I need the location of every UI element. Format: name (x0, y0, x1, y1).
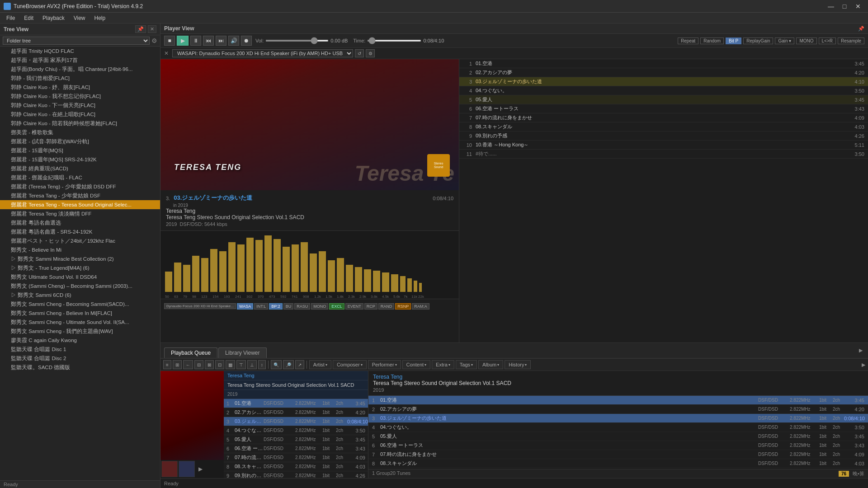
tree-item[interactable]: 鄭秀文 Sammi Cheng - Becoming Sammi(SACD)..… (0, 300, 160, 309)
mono-button[interactable]: MONO (796, 38, 816, 44)
track-row[interactable]: 6 06.空港 ートーラス 3:43 (459, 104, 868, 113)
tree-item[interactable]: 廖美霞 C again Caily Kwong (0, 336, 160, 345)
tree-item[interactable]: 郭静 Claire Kuo - 妤、朋友[FLAC] (0, 83, 160, 92)
tree-item[interactable]: 鄧麗君 Teresa Teng 淡淡幽情 DFF (0, 209, 160, 218)
tree-item[interactable]: 鄭秀文 Ultimate Sound Vol. II DSD64 (0, 272, 160, 282)
lib-track[interactable]: 4 04.つぐない。 DSF/DSD 2.822MHz 1bit 2ch 3:5… (368, 423, 868, 432)
lib-track[interactable]: 7 07.時の流れに身をまかせ DSF/DSD 2.822MHz 1bit 2c… (368, 450, 868, 459)
tree-item[interactable]: 監聽天碟。SACD 德國版 (0, 363, 160, 372)
menu-file[interactable]: File (2, 14, 19, 22)
queue-track[interactable]: 5 05.愛人 DSF/DSD 2.822MHz 1bit 2ch 3:45 (224, 435, 368, 444)
pause-button[interactable]: ⏸ (190, 36, 201, 46)
tree-item[interactable]: 鄭秀文 Sammi Cheng - Ultimate Sound Vol. II… (0, 318, 160, 327)
tree-item[interactable]: 監聽天碟 合唱篇 Disc 1 (0, 345, 160, 354)
track-row[interactable]: 10 10.香港 ～Hong Kong～ 5:11 (459, 141, 868, 150)
filter-content[interactable]: Content ▾ (402, 360, 431, 369)
track-row[interactable]: 4 04.つぐない。 3:50 (459, 86, 868, 95)
queue-scroll-right[interactable]: ▶ (196, 461, 205, 477)
folder-tree-select[interactable]: Folder tree (3, 37, 150, 45)
tree-item[interactable]: 鄧麗君ベスト・ヒット／24bit／192khz Flac (0, 236, 160, 245)
toolbar-bot-button[interactable]: ⊥ (247, 360, 257, 369)
menu-view[interactable]: View (69, 14, 90, 22)
tree-settings-icon[interactable]: ⚙ (151, 37, 157, 44)
toolbar-back-button[interactable]: ← (183, 360, 193, 369)
toolbar-zoom-button[interactable]: 🔎 (283, 360, 294, 369)
toolbar-link-button[interactable]: ↗ (295, 360, 304, 369)
tree-item[interactable]: 鄧麗君 - 15週年[MQS] (0, 146, 160, 155)
tree-item[interactable]: ▷ 鄭秀文 Sammi Miracle Best Collection (2) (0, 254, 160, 263)
play-button[interactable]: ▶ (177, 36, 189, 46)
tree-item[interactable]: 監聽天碟 合唱篇 Disc 2 (0, 354, 160, 363)
menu-edit[interactable]: Edit (19, 14, 38, 22)
lib-track-current[interactable]: 3 03.ジェルゾミーナの歩いた道 DSF/DSD 2.822MHz 1bit … (368, 414, 868, 423)
prev-button[interactable]: ⏮ (203, 36, 214, 46)
tree-item[interactable]: 超孚面・超孚面 家系列17首 (0, 56, 160, 65)
lib-track[interactable]: 1 01.空港 DSF/DSD 2.822MHz 1bit 2ch 3:45 (368, 396, 868, 405)
filter-tags[interactable]: Tags ▾ (456, 360, 477, 369)
track-row[interactable]: 9 09.別れの予感 4:26 (459, 131, 868, 141)
menu-playback[interactable]: Playback (38, 14, 69, 22)
time-slider[interactable] (367, 40, 421, 42)
tree-item[interactable]: 郭静 Claire Kuo - 在絕上唱歌[FLAC] (0, 110, 160, 119)
device-select[interactable]: WASAPI: Dynaudio Focus 200 XD Hi End Spe… (172, 49, 353, 57)
filter-artist[interactable]: Artist ▾ (309, 360, 331, 369)
maximize-button[interactable]: □ (838, 0, 851, 13)
toolbar-minus-button[interactable]: ⊟ (194, 360, 203, 369)
tree-item[interactable]: ▷ 鄭秀文 - True Legend[M4A] (6) (0, 263, 160, 272)
lib-track[interactable]: 2 02.アカシアの夢 DSF/DSD 2.822MHz 1bit 2ch 4:… (368, 405, 868, 414)
filter-album[interactable]: Album ▾ (478, 360, 503, 369)
tree-item[interactable]: 鄧麗君 - (試音-郭師君)[WAV分軌] (0, 137, 160, 146)
gain-button[interactable]: Gain ▾ (775, 38, 794, 44)
tree-close-button[interactable]: ✕ (148, 25, 156, 33)
tracklist-panel[interactable]: 1 01.空港 3:45 2 02.アカシアの夢 4:20 3 03.ジェルゾミ… (459, 59, 868, 343)
queue-track[interactable]: 4 04.つぐない。 DSF/DSD 2.822MHz 1bit 2ch 3:5… (224, 426, 368, 435)
tab-playback-queue[interactable]: Playback Queue (164, 347, 217, 358)
tree-item[interactable]: 郭静 Claire Kuo - 我不想忘记你[FLAC] (0, 92, 160, 101)
device-settings-button[interactable]: ⚙ (366, 49, 375, 57)
player-pin-button[interactable]: 📌 (858, 26, 864, 32)
filter-history[interactable]: History ▾ (505, 360, 531, 369)
resample-button[interactable]: Resample (838, 38, 864, 44)
repeat-button[interactable]: Repeat (678, 38, 698, 44)
scroll-right-icon[interactable]: ▶ (857, 347, 864, 353)
filter-composer[interactable]: Composer ▾ (333, 360, 367, 369)
filter-extra[interactable]: Extra ▾ (432, 360, 454, 369)
queue-track[interactable]: 7 07.時の流れに身をまかせ DSF/DSD 2.822MHz 1bit 2c… (224, 453, 368, 462)
menu-help[interactable]: Help (90, 14, 110, 22)
toolbar-grid-button[interactable]: ⊞ (173, 360, 182, 369)
tree-content[interactable]: 超孚面 Trinity HQCD FLAC 超孚面・超孚面 家系列17首 超孚面… (0, 47, 160, 480)
tree-item[interactable]: 郭静 Claire Kuo - 陪若我的時候想著她[FLAC] (0, 119, 160, 128)
queue-track-current[interactable]: 3 03.ジェルゾミーナの歩いた道 DSF/DSD 2.822MHz 1bit … (224, 417, 368, 426)
bitp-button[interactable]: Bit P (726, 38, 741, 44)
tree-item[interactable]: 鄭秀文 (Sammi Cheng) – Becoming Sammi (2003… (0, 282, 160, 291)
tree-item[interactable]: 鄧麗君 粵語名曲選选 (0, 218, 160, 227)
volume-slider[interactable] (265, 40, 329, 42)
queue-track[interactable]: 2 02.アカシアの夢 DSF/DSD 2.822MHz 1bit 2ch 4:… (224, 408, 368, 417)
filter-performer[interactable]: Performer ▾ (368, 360, 401, 369)
lib-track[interactable]: 5 05.愛人 DSF/DSD 2.822MHz 1bit 2ch 3:45 (368, 432, 868, 441)
tree-item[interactable]: 郭静 Claire Kuo - 下一個天亮[FLAC] (0, 101, 160, 110)
close-button[interactable]: ✕ (852, 0, 864, 13)
tree-item[interactable]: 超孚面(Bondy Chiu) - 孚面。唱 Chanteur [24bit-9… (0, 65, 160, 74)
tree-item[interactable]: 郭静 - 我们曾相爱[FLAC] (0, 74, 160, 83)
tree-pin-button[interactable]: 📌 (135, 25, 146, 33)
stop-button[interactable]: ■ (164, 36, 175, 46)
next-button[interactable]: ⏭ (216, 36, 226, 46)
tree-item[interactable]: 鄭秀文 Sammi Cheng - 我們的主題曲[WAV] (0, 327, 160, 336)
tab-library-viewer[interactable]: Library Viewer (218, 347, 266, 358)
minimize-button[interactable]: — (825, 0, 837, 13)
tree-item[interactable]: 鄧麗君 - 15週年[MQS] SRS-24-192K (0, 155, 160, 164)
toolbar-search-button[interactable]: 🔍 (271, 360, 282, 369)
tree-item-selected[interactable]: 鄧麗君 Teresa Teng - Teresa Sound Original … (0, 200, 160, 209)
lib-track[interactable]: 6 06.空港 ートーラス DSF/DSD 2.822MHz 1bit 2ch … (368, 441, 868, 450)
queue-track[interactable]: 1 01.空港 DSF/DSD 2.822MHz 1bit 2ch 3:45 (224, 399, 368, 408)
random-button[interactable]: Random (700, 38, 724, 44)
queue-track[interactable]: 8 08.スキャンダル DSF/DSD 2.822MHz 1bit 2ch 4:… (224, 462, 368, 471)
track-row[interactable]: 1 01.空港 3:45 (459, 59, 868, 68)
replaygain-button[interactable]: ReplayGain (743, 38, 773, 44)
tree-item[interactable]: 鄧麗君 - 鄧麗金紀哦唱 - FLAC (0, 173, 160, 182)
track-row[interactable]: 7 07.時の流れに身をまかせ 4:09 (459, 113, 868, 122)
queue-track-list[interactable]: Teresa Teng Teresa Teng Stereo Sound Ori… (224, 371, 368, 478)
toolbar-table-button[interactable]: ▦ (226, 360, 235, 369)
tree-item[interactable]: 鄧麗君 (Teresa Teng) - 少年愛姑娘 DSD DFF (0, 182, 160, 191)
